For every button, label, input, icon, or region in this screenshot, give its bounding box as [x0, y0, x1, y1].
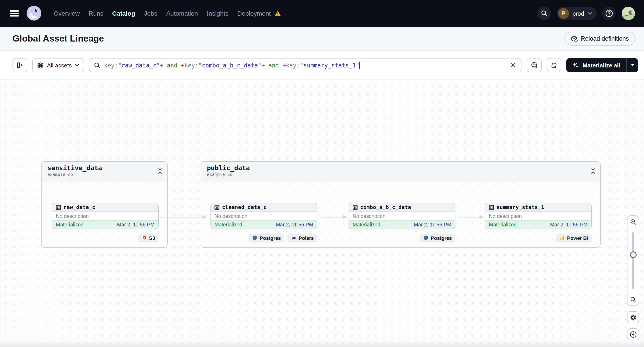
chevron-down-icon	[588, 12, 592, 15]
asset-group-public-data[interactable]: public_data example_co	[201, 161, 601, 248]
deployment-warning-icon	[274, 10, 281, 16]
asset-node-combo-a-b-c-data[interactable]: combo_a_b_c_data No description Material…	[348, 203, 456, 229]
edge-raw-data-c-to-cleaned-data-c	[158, 214, 206, 220]
kind-tag-s3[interactable]: S3	[138, 234, 159, 243]
edge-cleaned-data-c-to-combo-a-b-c-data	[320, 214, 347, 220]
materialize-all-split-button: Materialize all	[566, 58, 638, 72]
text-cursor	[359, 62, 360, 69]
polars-icon	[291, 235, 296, 241]
asset-status-row: Materialized Mar 2, 11:56 PM	[52, 220, 158, 229]
nav-item-jobs[interactable]: Jobs	[144, 10, 157, 17]
app-root: Overview Runs Catalog Jobs Automation In…	[0, 0, 644, 347]
materialize-options-button[interactable]	[626, 58, 638, 72]
zoom-out-icon	[630, 296, 636, 303]
asset-tags-combo-a-b-c-data: Postgres	[348, 234, 456, 243]
lineage-canvas[interactable]: sensitive_data example_co	[0, 80, 644, 347]
collapse-group-icon[interactable]	[158, 168, 162, 174]
asset-selection-input[interactable]: key:"raw_data_c"+ and +key:"combo_a_b_c_…	[89, 58, 522, 72]
refresh-button[interactable]	[547, 58, 562, 72]
group-repository: example_co	[47, 172, 162, 177]
table-icon	[56, 205, 61, 210]
user-avatar[interactable]	[622, 7, 635, 20]
asset-tags-raw-data-c: S3	[52, 234, 159, 243]
page-header: Global Asset Lineage Reload definitions	[0, 27, 644, 51]
group-header[interactable]: public_data example_co	[201, 162, 600, 182]
cardinal-bird-avatar-image	[622, 7, 635, 20]
reload-code-location-icon	[570, 35, 578, 42]
materialization-timestamp[interactable]: Mar 2, 11:56 PM	[276, 222, 313, 227]
kind-tag-polars[interactable]: Polars	[288, 234, 317, 243]
lineage-toolbar: All assets key:"raw_data_c"+ and +key:"c…	[0, 51, 644, 80]
materialization-timestamp[interactable]: Mar 2, 11:56 PM	[414, 222, 452, 227]
asset-description: No description	[349, 212, 455, 220]
asset-description: No description	[485, 212, 591, 220]
asset-description: No description	[52, 212, 158, 220]
group-name: sensitive_data	[47, 164, 162, 171]
graph-settings-button[interactable]	[627, 311, 639, 323]
reload-definitions-label: Reload definitions	[581, 35, 629, 42]
global-search-button[interactable]	[538, 7, 551, 20]
asset-node-cleaned-data-c[interactable]: cleaned_data_c No description Materializ…	[210, 203, 317, 229]
materialized-status: Materialized	[214, 222, 242, 227]
chevron-down-icon	[75, 64, 79, 66]
edge-combo-a-b-c-data-to-summary-stats-1	[458, 214, 484, 220]
zoom-slider-handle[interactable]	[630, 251, 636, 258]
kind-tag-powerbi[interactable]: Power BI	[556, 234, 592, 243]
asset-group-sensitive-data[interactable]: sensitive_data example_co	[41, 161, 168, 248]
materialize-all-button[interactable]: Materialize all	[566, 58, 626, 72]
asset-name: cleaned_data_c	[222, 204, 266, 210]
open-sidebar-panel-button[interactable]	[12, 58, 27, 72]
nav-item-catalog[interactable]: Catalog	[112, 10, 135, 17]
clear-query-button[interactable]	[509, 61, 517, 69]
asset-tags-cleaned-data-c: Postgres Polars	[210, 234, 317, 243]
panel-open-icon	[16, 62, 24, 69]
asset-node-header: combo_a_b_c_data	[349, 203, 455, 212]
kind-tag-postgres[interactable]: Postgres	[420, 234, 456, 243]
kind-tag-postgres[interactable]: Postgres	[249, 234, 284, 243]
nav-item-deployment[interactable]: Deployment	[237, 10, 270, 17]
nav-item-insights[interactable]: Insights	[207, 10, 228, 17]
chevron-down-icon	[630, 64, 634, 66]
download-graph-button[interactable]	[627, 328, 639, 340]
zoom-slider[interactable]	[628, 228, 639, 293]
hamburger-menu-icon[interactable]	[10, 10, 19, 16]
asset-node-raw-data-c[interactable]: raw_data_c No description Materialized M…	[52, 203, 159, 229]
help-button[interactable]	[602, 7, 616, 20]
collapse-group-icon[interactable]	[591, 168, 595, 174]
zoom-out-button[interactable]	[628, 293, 639, 306]
deployment-switcher[interactable]: P prod	[557, 7, 597, 20]
sparkles-icon	[572, 62, 579, 68]
nav-item-automation[interactable]: Automation	[166, 10, 198, 17]
asset-status-row: Materialized Mar 2, 11:56 PM	[211, 220, 317, 229]
deployment-name: prod	[572, 10, 584, 17]
materialized-status: Materialized	[352, 222, 380, 227]
asset-scope-label: All assets	[47, 62, 72, 68]
dagster-logo-icon[interactable]	[26, 5, 42, 21]
asset-node-summary-stats-1[interactable]: summary_stats_1 No description Materiali…	[485, 203, 592, 229]
group-header[interactable]: sensitive_data example_co	[42, 162, 167, 182]
gear-icon	[630, 314, 637, 321]
materialization-timestamp[interactable]: Mar 2, 11:56 PM	[117, 222, 155, 227]
asset-status-row: Materialized Mar 2, 11:56 PM	[349, 220, 455, 229]
download-icon	[630, 331, 637, 338]
nav-item-overview[interactable]: Overview	[54, 10, 80, 17]
materialization-timestamp[interactable]: Mar 2, 11:56 PM	[550, 222, 588, 227]
question-mark-icon	[605, 9, 613, 17]
asset-node-header: cleaned_data_c	[211, 203, 317, 212]
asset-tags-summary-stats-1: Power BI	[485, 234, 592, 243]
asset-node-header: summary_stats_1	[485, 203, 591, 212]
reload-definitions-button[interactable]: Reload definitions	[564, 32, 635, 45]
nav-item-runs[interactable]: Runs	[89, 10, 103, 17]
table-icon	[352, 205, 358, 210]
zoom-panel	[627, 215, 639, 306]
table-icon	[214, 205, 220, 210]
asset-selection-query[interactable]: key:"raw_data_c"+ and +key:"combo_a_b_c_…	[104, 62, 506, 69]
zoom-slider-track[interactable]	[632, 232, 634, 289]
view-full-graph-button[interactable]	[527, 58, 542, 72]
globe-icon	[37, 62, 44, 68]
zoom-in-button[interactable]	[628, 216, 639, 228]
asset-scope-filter[interactable]: All assets	[32, 58, 84, 72]
powerbi-icon	[560, 235, 565, 241]
asset-name: combo_a_b_c_data	[360, 204, 411, 210]
asset-node-header: raw_data_c	[52, 203, 158, 212]
